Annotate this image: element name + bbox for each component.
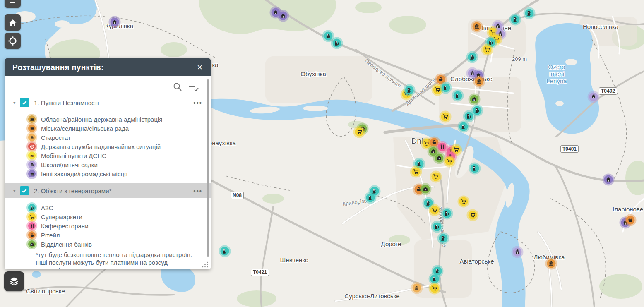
map-marker-azs[interactable] [442,84,450,92]
map-marker-supermarket[interactable] [441,113,450,121]
layer-row-1[interactable]: ▾1. Пункти Незламності••• [5,96,211,110]
school-icon [28,161,36,168]
map-marker-rada[interactable] [475,77,484,86]
legend-item-label: Мобільні пункти ДСНС [41,152,106,159]
layers-icon [8,275,20,288]
map-marker-retail[interactable] [626,216,635,225]
map-marker-azs[interactable] [221,247,229,256]
map-marker-other[interactable] [279,12,288,20]
panel-scrollbar[interactable] [207,79,209,257]
zoom-out-button[interactable] [5,0,21,8]
map-marker-supermarket[interactable] [483,46,492,54]
map-marker-azs[interactable] [424,199,433,208]
map-marker-supermarket[interactable] [433,86,442,94]
home-button[interactable] [5,14,21,31]
map-marker-azs[interactable] [415,160,424,168]
legend-item-label: Старостат [41,134,71,141]
search-icon[interactable] [173,82,183,92]
legend-item-label: Супермаркети [41,213,82,221]
locate-button[interactable] [5,33,21,49]
map-marker-rada[interactable] [547,259,556,268]
map-marker-starostat[interactable] [413,284,421,293]
legend-list: АЗССупермаркетиКафе/рестораниРітейл$Відд… [5,203,211,249]
map-marker-azs[interactable] [430,275,439,283]
layer-checkbox[interactable] [20,98,29,107]
map-marker-retail[interactable] [437,75,445,84]
legend-list: Обласна/районна державна адміністраціяМі… [5,115,211,178]
map-marker-supermarket[interactable] [445,157,454,166]
map-marker-supermarket[interactable] [430,284,439,293]
map-marker-azs[interactable] [471,164,479,173]
rada-icon [28,125,36,132]
layer-menu-button[interactable]: ••• [193,187,202,194]
map-marker-azs[interactable] [333,39,341,48]
map-marker-rada[interactable] [473,22,481,31]
map-marker-supermarket[interactable] [432,173,440,181]
close-icon[interactable]: × [196,63,203,72]
legend-item-label: Кафе/ресторани [41,223,89,230]
legend-item: Державна служба надзвичайних ситуацій [5,142,211,151]
starostat-icon [28,134,36,141]
layer-checkbox[interactable] [20,186,29,195]
map-marker-school[interactable] [589,93,598,101]
map-marker-azs[interactable] [439,234,448,243]
svg-text:ПН: ПН [30,154,34,157]
map-marker-bank[interactable]: $ [421,185,430,194]
resize-handle-icon[interactable] [202,261,209,268]
layer-menu-button[interactable]: ••• [193,99,202,106]
legend-item: Школи/дитячі садки [5,160,211,169]
map-marker-azs[interactable] [454,91,462,100]
minus-icon [9,0,17,4]
map-marker-azs[interactable] [433,223,442,231]
map-marker-school[interactable] [513,248,522,257]
map-marker-azs[interactable] [443,209,452,218]
map-marker-azs[interactable] [405,86,414,95]
map-marker-bank[interactable]: $ [435,154,444,163]
bank-icon: $ [28,240,36,248]
dsns-icon [28,143,36,150]
collapse-caret-icon[interactable]: ▾ [13,188,20,194]
map-marker-other[interactable] [111,18,119,26]
map-marker-azs[interactable] [324,32,333,41]
map-marker-other[interactable] [604,175,613,184]
home-icon [8,18,17,27]
map-stage: КурилівкаОбухівкаПідгороднеНовоселівкаСл… [0,0,644,307]
map-marker-bank[interactable]: $ [470,95,479,104]
map-marker-retail[interactable] [430,138,439,147]
map-marker-cafe[interactable] [438,143,447,151]
map-marker-supermarket[interactable] [430,206,439,215]
legend-item-label: Рітейл [41,232,60,239]
legend-item-label: АЗС [41,204,53,211]
supermarket-icon [28,213,36,221]
panel-tools [173,82,199,92]
map-marker-supermarket[interactable] [412,168,421,176]
map-marker-supermarket[interactable] [469,211,477,220]
map-marker-azs[interactable] [366,194,375,202]
panel-body: ▾1. Пункти Незламності•••Обласна/районна… [5,76,211,269]
legend-item-label: Відділення банків [41,241,92,248]
layer-label: 1. Пункти Незламності [34,99,99,106]
map-marker-supermarket[interactable] [459,197,468,206]
map-marker-azs[interactable] [433,267,442,276]
map-marker-supermarket[interactable] [355,128,364,137]
map-marker-azs[interactable] [459,122,468,131]
locate-icon [8,36,18,46]
legend-footnote: *тут буде безкоштовне тепло та підзарядк… [36,251,194,269]
layer-row-2[interactable]: ▾2. Об'єкти з генераторами*••• [5,183,211,198]
legend-item: Супермаркети [5,212,211,221]
map-marker-azs[interactable] [525,9,534,18]
map-marker-azs[interactable] [465,112,473,121]
layers-button[interactable] [4,271,24,291]
legend-item: Міська/селищна/сільська рада [5,124,211,133]
map-marker-azs[interactable] [468,53,477,62]
map-marker-azs[interactable] [511,15,520,24]
map-marker-azs[interactable] [473,106,482,115]
filter-check-icon[interactable] [188,82,199,92]
legend-item: ПНМобільні пункти ДСНС [5,151,211,160]
legend-item: Старостат [5,133,211,142]
legend-panel: Розташування пунктів: × ▾1. Пункти Незла… [5,58,211,269]
legend-item: $Відділення банків [5,240,211,249]
collapse-caret-icon[interactable]: ▾ [13,100,20,106]
cafe-icon [28,222,36,230]
layer-label: 2. Об'єкти з генераторами* [34,187,111,194]
